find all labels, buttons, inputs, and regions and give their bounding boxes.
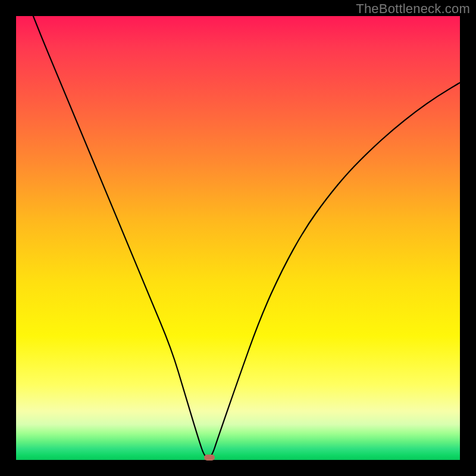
bottleneck-curve (16, 16, 460, 460)
watermark-text: TheBottleneck.com (356, 1, 470, 17)
plot-area (16, 16, 460, 460)
minimum-marker (204, 455, 215, 461)
chart-frame: TheBottleneck.com (0, 0, 476, 476)
curve-path (16, 16, 460, 458)
